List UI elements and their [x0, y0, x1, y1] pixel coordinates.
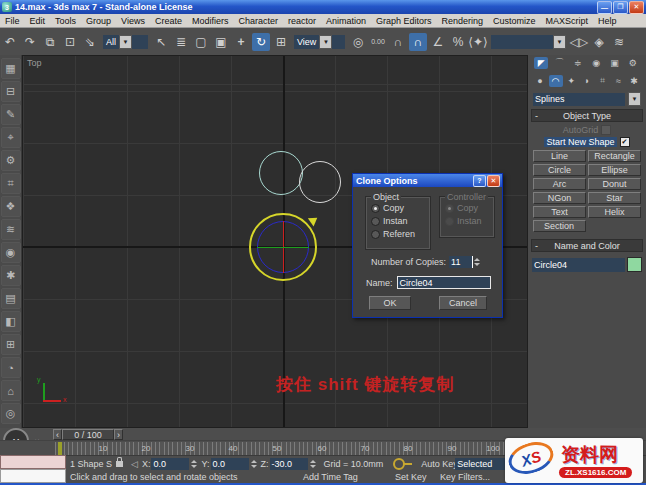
tab-hierarchy-icon[interactable]: ≑ — [571, 57, 585, 69]
dialog-close-button[interactable]: ✕ — [487, 175, 500, 187]
menu-customize[interactable]: Customize — [488, 16, 541, 26]
menu-views[interactable]: Views — [116, 16, 150, 26]
leftbar-rendering-icon[interactable]: ✱ — [1, 265, 21, 286]
reference-coordinate-dropdown[interactable]: View ▼ — [294, 35, 345, 49]
name-input[interactable]: Circle04 — [397, 276, 491, 289]
chevron-down-icon[interactable]: ▼ — [119, 35, 132, 49]
snap-toggle-icon[interactable]: ∩ — [389, 33, 407, 51]
menu-tools[interactable]: Tools — [50, 16, 81, 26]
circle-button[interactable]: Circle — [533, 164, 586, 176]
circle-shape-cyan[interactable] — [259, 151, 303, 195]
snap-3d-icon[interactable]: ∩ — [409, 33, 427, 51]
circle-shape-white[interactable] — [299, 161, 341, 203]
leftbar-spacewarps-icon[interactable]: ❖ — [1, 196, 21, 217]
x-spinner[interactable] — [191, 459, 197, 469]
leftbar-shapes-icon[interactable]: ⊟ — [1, 81, 21, 102]
radio-copy-label[interactable]: Copy — [383, 203, 404, 213]
transform-gizmo-icon[interactable]: ◁ — [131, 459, 138, 469]
subtab-cameras-icon[interactable]: ◗ — [580, 75, 594, 87]
previous-frame-arrow[interactable]: ‹ — [53, 429, 62, 440]
maxscript-listener-pink[interactable] — [0, 455, 66, 469]
subtab-helpers-icon[interactable]: ⌗ — [596, 75, 610, 87]
redo-icon[interactable]: ↷ — [21, 33, 39, 51]
menu-reactor[interactable]: reactor — [283, 16, 321, 26]
leftbar-tool-icon[interactable]: ◎ — [1, 403, 21, 424]
object-color-swatch[interactable] — [627, 257, 642, 272]
tab-modify-icon[interactable]: ⌒ — [552, 57, 566, 69]
subtab-lights-icon[interactable]: ✦ — [564, 75, 578, 87]
restore-button[interactable]: ❐ — [613, 1, 628, 14]
menu-animation[interactable]: Animation — [321, 16, 371, 26]
leftbar-tool-icon[interactable]: ◧ — [1, 311, 21, 332]
copies-spinner[interactable] — [474, 257, 480, 267]
snap-spinner-icon[interactable]: 0.00 — [369, 33, 387, 51]
object-type-rollout[interactable]: - Object Type — [531, 109, 643, 122]
shape-category-dropdown[interactable]: Splines ▼ — [533, 92, 641, 106]
radio-instance[interactable] — [371, 217, 380, 226]
menu-file[interactable]: File — [0, 16, 25, 26]
star-button[interactable]: Star — [588, 192, 641, 204]
line-button[interactable]: Line — [533, 150, 586, 162]
z-spinner[interactable] — [310, 459, 316, 469]
start-new-shape-checkbox[interactable]: ✔ — [620, 137, 630, 147]
track-bar-ruler[interactable]: 10 20 30 40 50 60 70 80 90 100 — [55, 442, 528, 455]
selection-filter-dropdown[interactable]: All ▼ — [103, 35, 148, 49]
subtab-systems-icon[interactable]: ✱ — [627, 75, 641, 87]
leftbar-modifiers-icon[interactable]: ≋ — [1, 219, 21, 240]
menu-edit[interactable]: Edit — [25, 16, 51, 26]
dialog-title-bar[interactable]: Clone Options ? ✕ — [353, 174, 502, 187]
chevron-down-icon[interactable]: ▼ — [628, 92, 641, 106]
named-selection-dropdown[interactable]: ▼ — [491, 35, 566, 49]
percent-snap-icon[interactable]: % — [449, 33, 467, 51]
maxscript-listener-white[interactable] — [0, 469, 66, 483]
subtab-geometry-icon[interactable]: ● — [533, 75, 547, 87]
name-and-color-rollout[interactable]: - Name and Color — [531, 239, 643, 252]
leftbar-tool-icon[interactable]: ◔ — [1, 357, 21, 378]
radio-reference[interactable] — [371, 230, 380, 239]
arc-button[interactable]: Arc — [533, 178, 586, 190]
tab-create-icon[interactable]: ◤ — [534, 57, 548, 69]
key-filters-button[interactable]: Key Filters... — [440, 472, 490, 482]
bind-to-spacewarp-icon[interactable]: ⇘ — [81, 33, 99, 51]
y-spinner[interactable] — [251, 459, 257, 469]
minimize-button[interactable]: — — [597, 1, 612, 14]
radio-instance-label[interactable]: Instan — [383, 216, 408, 226]
select-and-link-icon[interactable]: ⧉ — [41, 33, 59, 51]
tab-motion-icon[interactable]: ◉ — [589, 57, 603, 69]
leftbar-tool-icon[interactable]: ⊞ — [1, 334, 21, 355]
section-button[interactable]: Section — [533, 220, 586, 232]
leftbar-particles-icon[interactable]: ⚙ — [1, 150, 21, 171]
mirror-icon[interactable]: ◁▷ — [570, 33, 588, 51]
menu-help[interactable]: Help — [593, 16, 622, 26]
ok-button[interactable]: OK — [369, 296, 411, 310]
current-frame-marker[interactable] — [58, 442, 62, 455]
leftbar-helpers-icon[interactable]: ⌗ — [1, 173, 21, 194]
align-icon[interactable]: ◈ — [590, 33, 608, 51]
menu-rendering[interactable]: Rendering — [437, 16, 489, 26]
select-and-rotate-icon[interactable]: ↻ — [252, 33, 270, 51]
subtab-spacewarps-icon[interactable]: ≈ — [611, 75, 625, 87]
undo-icon[interactable]: ↶ — [1, 33, 19, 51]
menu-character[interactable]: Character — [233, 16, 283, 26]
menu-modifiers[interactable]: Modifiers — [187, 16, 234, 26]
text-button[interactable]: Text — [533, 206, 586, 218]
next-frame-arrow[interactable]: › — [114, 429, 123, 440]
object-name-input[interactable]: Circle04 — [532, 258, 625, 272]
close-button[interactable]: ✕ — [629, 1, 644, 14]
donut-button[interactable]: Donut — [588, 178, 641, 190]
dialog-help-button[interactable]: ? — [473, 175, 486, 187]
menu-maxscript[interactable]: MAXScript — [541, 16, 594, 26]
subtab-shapes-icon[interactable]: ◠ — [549, 75, 563, 87]
start-new-shape-label[interactable]: Start New Shape — [544, 137, 616, 147]
y-coordinate-field[interactable]: 0.0 — [211, 458, 249, 470]
ngon-button[interactable]: NGon — [533, 192, 586, 204]
use-pivot-center-icon[interactable]: ◎ — [349, 33, 367, 51]
menu-group[interactable]: Group — [81, 16, 116, 26]
add-time-tag[interactable]: Add Time Tag — [303, 472, 358, 482]
tab-utilities-icon[interactable]: ⚙ — [626, 57, 640, 69]
keyboard-override-icon[interactable]: ⟨✦⟩ — [469, 33, 487, 51]
cancel-button[interactable]: Cancel — [439, 296, 487, 310]
radio-copy[interactable] — [371, 204, 380, 213]
selection-lock-icon[interactable] — [116, 461, 123, 467]
select-by-name-icon[interactable]: ≣ — [172, 33, 190, 51]
